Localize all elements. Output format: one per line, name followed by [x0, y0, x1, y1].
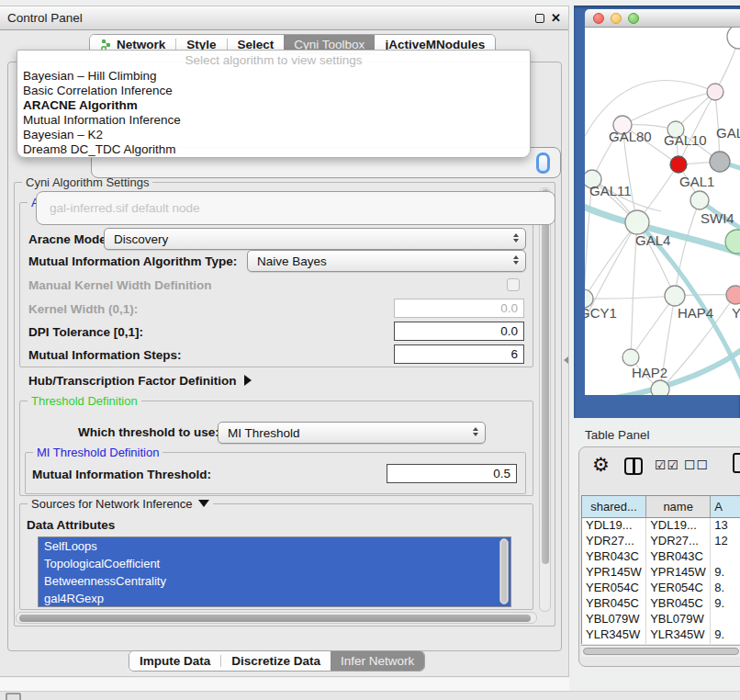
- tab-discretize-data[interactable]: Discretize Data: [221, 651, 331, 671]
- node-salmon[interactable]: [726, 286, 740, 304]
- node-hap4[interactable]: [665, 286, 685, 306]
- docked-panel-icon[interactable]: [6, 693, 21, 700]
- network-selection-combobox[interactable]: gal-inferred.sif default node: [36, 191, 555, 225]
- mi-steps-field[interactable]: 6: [394, 344, 524, 364]
- mi-threshold-label: Mutual Information Threshold:: [32, 468, 211, 481]
- table-row[interactable]: YBR045CYBR045C9.: [582, 596, 740, 612]
- node-hap2[interactable]: [622, 349, 639, 366]
- table-cell: 9.: [711, 596, 740, 612]
- select-all-checkboxes-icon[interactable]: ☑☑: [655, 457, 679, 472]
- attribute-item[interactable]: gal4RGexp: [39, 590, 510, 607]
- column-header-0[interactable]: shared...: [582, 496, 646, 517]
- node-hap2-label: HAP2: [632, 365, 667, 380]
- algorithm-option[interactable]: Basic Correlation Inference: [17, 84, 530, 98]
- minimize-window-icon[interactable]: [611, 13, 622, 24]
- network-edge[interactable]: [585, 222, 637, 299]
- table-cell: [711, 612, 740, 627]
- desktop: Control Panel ✕ NetworkStyleSelectCyni T…: [0, 0, 740, 700]
- attribute-item[interactable]: BetweennessCentrality: [39, 572, 510, 590]
- node-gal-cut[interactable]: [707, 84, 723, 100]
- document-icon[interactable]: [733, 453, 740, 473]
- which-threshold-combobox[interactable]: MI Threshold: [218, 422, 486, 444]
- table-row[interactable]: YPR145WYPR145W9.: [582, 565, 740, 581]
- table-cell: 13: [711, 518, 740, 534]
- columns-icon[interactable]: [624, 457, 643, 475]
- node-bottom[interactable]: [651, 380, 669, 395]
- data-attributes-list[interactable]: SelfLoopsTopologicalCoefficientBetweenne…: [38, 536, 511, 607]
- aracne-mode-label: Aracne Mode:: [28, 232, 110, 246]
- table-cell: YIL052C: [582, 643, 646, 644]
- table-cell: 12: [711, 534, 740, 549]
- table-cell: YLR345W: [582, 627, 646, 643]
- aracne-mode-combobox[interactable]: Discovery: [104, 228, 526, 250]
- table-cell: YDL19...: [646, 518, 711, 534]
- close-icon[interactable]: ✕: [551, 14, 561, 23]
- network-edge[interactable]: [622, 92, 715, 125]
- background-gap: [0, 678, 569, 692]
- network-window-titlebar[interactable]: [585, 9, 740, 28]
- algorithm-option[interactable]: ARACNE Algorithm: [17, 98, 530, 113]
- node-salmon-label: Y: [732, 305, 740, 321]
- table-cell: YER054C: [582, 581, 646, 596]
- table-horizontal-scrollbar[interactable]: [581, 645, 740, 657]
- node-gcy1-label: GCY1: [585, 305, 617, 321]
- table-cell: YPR145W: [582, 565, 646, 581]
- table-row[interactable]: YBR043CYBR043C: [582, 549, 740, 565]
- network-edge[interactable]: [631, 296, 675, 357]
- combobox-focus-stepper[interactable]: [536, 152, 550, 174]
- network-canvas[interactable]: GALGAL80GAL10GAL1GAL11SWI4GAL4GCY1HAP4YH…: [585, 28, 740, 395]
- table-row[interactable]: YDL19...YDL19...13: [582, 518, 740, 534]
- manual-kernel-checkbox[interactable]: [507, 278, 520, 291]
- mi-steps-label: Mutual Information Steps:: [28, 348, 182, 362]
- node-swi4[interactable]: [690, 191, 709, 209]
- mi-threshold-field[interactable]: 0.5: [387, 464, 517, 483]
- node-hap4-label: HAP4: [678, 305, 713, 321]
- column-header-2[interactable]: A: [711, 496, 740, 517]
- mi-type-combobox[interactable]: Naive Bayes: [247, 250, 526, 272]
- manual-kernel-label: Manual Kernel Width Definition: [28, 278, 211, 292]
- node-gray[interactable]: [710, 152, 730, 172]
- attribute-item[interactable]: SelfLoops: [39, 537, 510, 555]
- algorithm-option[interactable]: Bayesian – Hill Climbing: [17, 69, 530, 84]
- deselect-all-checkboxes-icon[interactable]: ☐☐: [684, 457, 709, 472]
- node-top[interactable]: [727, 28, 740, 49]
- node-gal1-label: GAL1: [679, 174, 714, 189]
- algorithm-option[interactable]: Mutual Information Inference: [17, 113, 530, 128]
- network-edge[interactable]: [585, 296, 675, 299]
- table-row[interactable]: YIL052CYIL052C9: [582, 643, 740, 644]
- table-cell: YLR345W: [646, 627, 711, 643]
- threshold-definition-legend: Threshold Definition: [28, 394, 141, 408]
- table-row[interactable]: YLR345WYLR345W9.: [582, 627, 740, 643]
- close-window-icon[interactable]: [593, 13, 604, 24]
- algorithm-dropdown: Select algorithm to view settings Bayesi…: [17, 50, 531, 158]
- zoom-window-icon[interactable]: [628, 13, 639, 24]
- attribute-item[interactable]: TopologicalCoefficient: [39, 555, 510, 572]
- table-row[interactable]: YER054CYER054C8.: [582, 581, 740, 596]
- tab-impute-data[interactable]: Impute Data: [129, 651, 220, 671]
- tab-infer-network[interactable]: Infer Network: [331, 651, 424, 671]
- table-row[interactable]: YBL079WYBL079W: [582, 612, 740, 627]
- column-header-1[interactable]: name: [646, 496, 711, 517]
- network-edge[interactable]: [585, 81, 715, 137]
- node-gal4[interactable]: [625, 210, 649, 234]
- combobox-arrows-icon: [513, 233, 519, 243]
- panel-splitter-handle[interactable]: [564, 356, 568, 364]
- table-cell: YDL19...: [582, 518, 646, 534]
- node-gal-cut-label: GAL: [716, 125, 740, 141]
- table-row[interactable]: YDR27...YDR27...12: [582, 534, 740, 549]
- settings-vertical-scrollbar[interactable]: [539, 187, 551, 612]
- attributes-list-scrollbar[interactable]: [499, 538, 509, 604]
- network-edge-thick[interactable]: [611, 340, 740, 395]
- gear-icon[interactable]: ⚙: [592, 455, 610, 475]
- algorithm-option[interactable]: Dream8 DC_TDC Algorithm: [17, 142, 530, 157]
- aracne-mode-value: Discovery: [105, 232, 168, 246]
- hub-definition-toggle[interactable]: Hub/Transcription Factor Definition: [28, 374, 252, 388]
- settings-horizontal-scrollbar[interactable]: [16, 612, 537, 624]
- float-panel-icon[interactable]: [535, 14, 544, 23]
- node-gal1[interactable]: [670, 156, 687, 173]
- sources-legend[interactable]: Sources for Network Inference: [28, 497, 213, 511]
- combobox-arrows-icon: [513, 255, 519, 265]
- dpi-tolerance-field[interactable]: 0.0: [394, 322, 524, 341]
- algorithm-option[interactable]: Bayesian – K2: [17, 128, 530, 142]
- kernel-width-field[interactable]: 0.0: [394, 299, 524, 318]
